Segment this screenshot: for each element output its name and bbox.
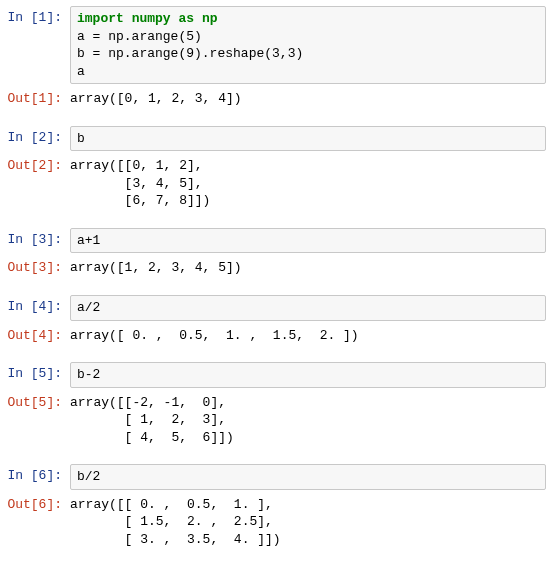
cell-separator — [6, 452, 546, 464]
in-prompt: In [5]: — [6, 362, 70, 383]
output-text: array([[0, 1, 2], [3, 4, 5], [6, 7, 8]]) — [70, 154, 546, 213]
output-text: array([1, 2, 3, 4, 5]) — [70, 256, 546, 280]
code-input[interactable]: a/2 — [70, 295, 546, 321]
code-input[interactable]: import numpy as np a = np.arange(5) b = … — [70, 6, 546, 84]
output-cell: Out[3]:array([1, 2, 3, 4, 5]) — [6, 256, 546, 280]
in-prompt: In [6]: — [6, 464, 70, 485]
code-input[interactable]: b — [70, 126, 546, 152]
input-cell: In [1]:import numpy as np a = np.arange(… — [6, 6, 546, 84]
output-text: array([[-2, -1, 0], [ 1, 2, 3], [ 4, 5, … — [70, 391, 546, 450]
out-prompt: Out[4]: — [6, 324, 70, 345]
cell-separator — [6, 216, 546, 228]
out-prompt: Out[6]: — [6, 493, 70, 514]
output-cell: Out[1]:array([0, 1, 2, 3, 4]) — [6, 87, 546, 111]
output-text: array([[ 0. , 0.5, 1. ], [ 1.5, 2. , 2.5… — [70, 493, 546, 552]
in-prompt: In [2]: — [6, 126, 70, 147]
cell-separator — [6, 114, 546, 126]
input-cell: In [5]:b-2 — [6, 362, 546, 388]
out-prompt: Out[3]: — [6, 256, 70, 277]
output-cell: Out[6]:array([[ 0. , 0.5, 1. ], [ 1.5, 2… — [6, 493, 546, 552]
code-input[interactable]: a+1 — [70, 228, 546, 254]
in-prompt: In [1]: — [6, 6, 70, 27]
code-input[interactable]: b-2 — [70, 362, 546, 388]
in-prompt: In [3]: — [6, 228, 70, 249]
output-text: array([0, 1, 2, 3, 4]) — [70, 87, 546, 111]
output-cell: Out[5]:array([[-2, -1, 0], [ 1, 2, 3], [… — [6, 391, 546, 450]
out-prompt: Out[5]: — [6, 391, 70, 412]
in-prompt: In [4]: — [6, 295, 70, 316]
output-cell: Out[2]:array([[0, 1, 2], [3, 4, 5], [6, … — [6, 154, 546, 213]
input-cell: In [2]:b — [6, 126, 546, 152]
cell-separator — [6, 283, 546, 295]
code-input[interactable]: b/2 — [70, 464, 546, 490]
input-cell: In [3]:a+1 — [6, 228, 546, 254]
out-prompt: Out[1]: — [6, 87, 70, 108]
input-cell: In [6]:b/2 — [6, 464, 546, 490]
output-text: array([ 0. , 0.5, 1. , 1.5, 2. ]) — [70, 324, 546, 348]
notebook: In [1]:import numpy as np a = np.arange(… — [6, 6, 546, 551]
input-cell: In [4]:a/2 — [6, 295, 546, 321]
cell-separator — [6, 350, 546, 362]
output-cell: Out[4]:array([ 0. , 0.5, 1. , 1.5, 2. ]) — [6, 324, 546, 348]
out-prompt: Out[2]: — [6, 154, 70, 175]
